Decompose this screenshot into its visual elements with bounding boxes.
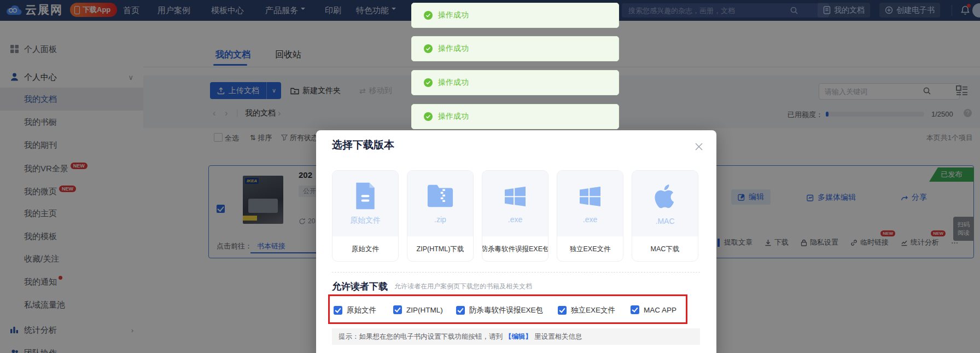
close-icon[interactable] [695, 142, 703, 151]
download-card-original[interactable]: 原始文件 原始文件 [332, 170, 399, 262]
file-icon [353, 182, 378, 210]
tip-edit-link[interactable]: 【编辑】 [505, 332, 532, 342]
download-card-antivirus-exe[interactable]: .exe 防杀毒软件误报EXE包 [482, 170, 549, 262]
success-toast: 操作成功 [411, 36, 619, 61]
section-divider [332, 272, 700, 273]
zip-folder-icon [427, 183, 454, 210]
success-check-icon [424, 44, 433, 53]
success-check-icon [424, 112, 433, 121]
app-screen: 云展网 下载App 首页 用户案例 模板中心 产品服务 印刷 特色功能 我的文档… [0, 0, 980, 353]
allow-download-section: 允许读者下载 允许读者在用户案例页下载您的书籍及相关文档 [332, 280, 532, 293]
apple-icon [651, 182, 679, 211]
download-version-modal: 选择下载版本 原始文件 原始文件 .zip ZIP(HTML)下载 [316, 130, 716, 353]
allow-download-title: 允许读者下载 [332, 280, 388, 293]
success-toast: 操作成功 [411, 3, 619, 28]
modal-title: 选择下载版本 [332, 138, 394, 152]
tip-bar: 提示：如果想在您的电子书内设置下载功能按钮，请到 【编辑】 里设置相关信息 [332, 328, 700, 345]
windows-icon [576, 183, 604, 210]
windows-icon [501, 183, 529, 210]
success-check-icon [424, 11, 433, 20]
download-card-mac[interactable]: .MAC MAC下载 [632, 170, 698, 262]
success-toast: 操作成功 [411, 104, 619, 129]
download-card-zip[interactable]: .zip ZIP(HTML)下载 [407, 170, 474, 262]
allow-download-subtitle: 允许读者在用户案例页下载您的书籍及相关文档 [394, 282, 532, 291]
success-check-icon [424, 78, 433, 87]
highlight-annotation-box [328, 294, 687, 324]
success-toast: 操作成功 [411, 70, 619, 95]
download-card-standalone-exe[interactable]: .exe 独立EXE文件 [557, 170, 623, 262]
